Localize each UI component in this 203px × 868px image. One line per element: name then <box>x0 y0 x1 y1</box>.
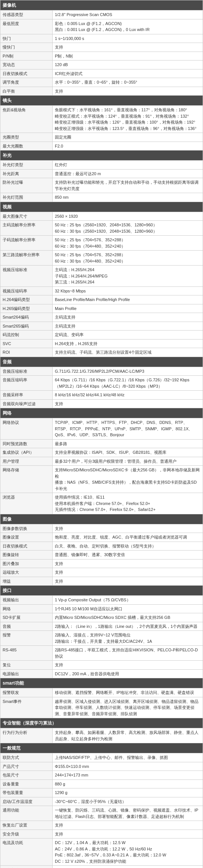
section-header: 补光 <box>0 151 203 161</box>
table-row: 增益支持 <box>0 577 203 586</box>
row-value: 主码流：H.265/H.264子码流：H.264/H.264/MPEG第三流：H… <box>53 266 203 287</box>
row-value: 支持业界视频协议：ISAPI、SDK、ISUP、GB28181、视图库 <box>53 448 203 457</box>
row-label: SD卡扩展 <box>0 613 53 622</box>
spec-table: 摄像机传感器类型1/2.8" Progressive Scan CMOS最低照度… <box>0 0 203 868</box>
row-value: 支持 <box>53 568 203 577</box>
row-value: 880 g <box>53 779 203 788</box>
row-value: DC：12V，1.04 A，最大功耗：12.5 WAC：24V，0.86 A，最… <box>53 838 203 866</box>
row-label: 音频压缩码率 <box>0 376 53 391</box>
table-row: Smart事件越界侦测、区域入侵侦测、进入区域侦测、离开区域侦测、物品遗留侦测、… <box>0 697 203 718</box>
table-row: 产品尺寸Φ155.0×110.0 mm <box>0 762 203 771</box>
row-label: 包装尺寸 <box>0 771 53 780</box>
table-row: SD卡扩展内置Micro SD/MicroSDHC/Micro SDXC 插槽，… <box>0 613 203 622</box>
row-label: 启动/工作温湿度 <box>0 797 53 806</box>
row-value: 使用插件情况：IE10、IE11使用本机插件客户端：Chrome 57.0+、F… <box>53 493 203 514</box>
table-row: 启动/工作温湿度-30°C~60°C，湿度小于95%（无凝结） <box>0 797 203 806</box>
row-value: 64 Kbps（G.711）/16 Kbps（G.722.1）/16 Kbps（… <box>53 376 203 391</box>
table-row: 日夜切换模式白天、夜晚、自动、定时切换、报警联动（S型号支持） <box>0 542 203 551</box>
row-value: 水平：0~355°，垂直：0~65°，旋转：0~355° <box>53 78 203 87</box>
row-label: P/N制 <box>0 52 53 61</box>
table-row: 浏览器使用插件情况：IE10、IE11使用本机插件客户端：Chrome 57.0… <box>0 493 203 514</box>
row-label: 防补光过曝 <box>0 178 53 193</box>
row-label: 浏览器 <box>0 493 53 514</box>
row-label: 音频 <box>0 622 53 631</box>
table-row: P/N制P制，N制 <box>0 52 203 61</box>
row-label: 远端放大 <box>0 568 53 577</box>
row-value: 定码流、变码率 <box>53 331 203 340</box>
table-row: 补光灯范围850 nm <box>0 193 203 202</box>
row-label: 联防方式 <box>0 753 53 762</box>
row-label: 主码流帧率分辨率 <box>0 221 53 236</box>
row-value: 饱和度、亮度、对比度、锐度、AGC、白平衡通过客户端或者浏览器可调 <box>53 533 203 542</box>
row-label: 网络协议 <box>0 418 53 440</box>
table-row: 日夜切换模式ICR红外滤切式 <box>0 69 203 78</box>
row-value: 普通图、镜像即时、透雾、30数字变倍 <box>53 551 203 559</box>
table-row: 网络存储支持MicroSD/MicroSDHC/MicroSDXC卡（最大256… <box>0 466 203 493</box>
section-header: 接口 <box>0 586 203 596</box>
row-label: 图像设置 <box>0 533 53 542</box>
table-row: 防补光过曝支持防补光过曝功能和矫光，开启下支持自动和手动，手动支持根据距离等级调… <box>0 178 203 193</box>
section-header: 专业智能（深度学习算法） <box>0 718 203 728</box>
row-label: 图像参数切换 <box>0 524 53 533</box>
table-row: 图片叠加支持 <box>0 559 203 568</box>
row-value: 主码流支持 <box>53 322 203 331</box>
table-row: 图像参数切换支持 <box>0 524 203 533</box>
section-header: 网络 <box>0 408 203 418</box>
row-value: P制，N制 <box>53 52 203 61</box>
row-label: 图像旋转 <box>0 551 53 559</box>
row-value: 50 Hz：25 fps（2560×1920、2048×1536、1280×96… <box>53 221 203 236</box>
row-value: 8 kHz/16 kHz/32 kHz/44.1 kHz/48 kHz <box>53 391 203 400</box>
row-label: 图片叠加 <box>0 559 53 568</box>
row-value: 1/2.8" Progressive Scan CMOS <box>53 10 203 19</box>
table-row: 视频压缩标准主码流：H.265/H.264子码流：H.264/H.264/MPE… <box>0 266 203 287</box>
row-value: 2路输入：（Line in），1路输出（Line out），2个内置麦克风，1个… <box>53 622 203 631</box>
table-row: 白平衡支持 <box>0 87 203 96</box>
row-value: TCP/IP、ICMP、HTTP、HTTPS、FTP、DHCP、DNS、DDNS… <box>53 418 203 440</box>
row-value: Φ155.0×110.0 mm <box>53 762 203 771</box>
row-value: 支持 <box>53 399 203 408</box>
row-value: 2路输入、湿接点，支持9V~12 V范围电位2路输出：干接点，开关量，支持最大D… <box>53 631 203 646</box>
row-label: 宽动态 <box>0 61 53 69</box>
row-value: 支持MicroSD/MicroSDHC/MicroSDXC卡（最大256 GB）… <box>53 466 203 493</box>
row-label: H.265编码类型 <box>0 304 53 313</box>
row-label: 视频压缩码率 <box>0 286 53 295</box>
row-value: 支持 <box>53 577 203 586</box>
row-value: 2路RS-485接口，半双工模式，支持自适应HIKVISION、PELCO-P和… <box>53 646 203 661</box>
row-label: 恢复出厂设置 <box>0 821 53 830</box>
table-row: 网络1个RJ45 10 M/100 M自适应以太网口 <box>0 604 203 613</box>
table-row: 网络协议TCP/IP、ICMP、HTTP、HTTPS、FTP、DHCP、DNS、… <box>0 418 203 440</box>
row-label: 最大图像尺寸 <box>0 212 53 221</box>
row-label: 最大光圈数 <box>0 142 53 151</box>
table-row: 焦距&视场角鱼眼模式下：水平视场角：161°，垂直视场角：117°，对角视场角：… <box>0 106 203 133</box>
row-value: 白天、夜晚、自动、定时切换、报警联动（S型号支持） <box>53 542 203 551</box>
table-row: 补光灯类型红外灯 <box>0 161 203 170</box>
row-value: 固定光圈 <box>53 133 203 142</box>
row-label: H.264编码类型 <box>0 295 53 304</box>
table-row: 快门1 s~1/100,000 s <box>0 34 203 43</box>
row-label: 复位 <box>0 661 53 670</box>
row-label: 网络存储 <box>0 466 53 493</box>
row-label: 光圈类型 <box>0 133 53 142</box>
row-label: 供电方式 <box>0 866 53 868</box>
row-value: 50 Hz：25 fps（704×576、352×288）60 Hz：30 fp… <box>53 251 203 266</box>
row-label: 白平衡 <box>0 87 53 96</box>
table-row: 最大光圈数F2.0 <box>0 142 203 151</box>
row-value: AC：24 V ±20%PoE：802.3af，Type 1，Class 3 <box>53 866 203 868</box>
table-row: 远端放大支持 <box>0 568 203 577</box>
table-row: 最大图像尺寸2560 × 1920 <box>0 212 203 221</box>
section-header: 镜头 <box>0 96 203 106</box>
table-row: 设备重量880 g <box>0 779 203 788</box>
row-label: RS-485 <box>0 646 53 661</box>
table-row: 音频压缩码率64 Kbps（G.711）/16 Kbps（G.722.1）/16… <box>0 376 203 391</box>
table-row: 最低照度彩色：0.005 Lux @ (F1.2，AGCON)黑白：0.001 … <box>0 19 203 34</box>
row-value: 2560 × 1920 <box>53 212 203 221</box>
table-row: 电流及功耗DC：12V，1.04 A，最大功耗：12.5 WAC：24V，0.8… <box>0 838 203 866</box>
row-value: 1个RJ45 10 M/100 M自适应以太网口 <box>53 604 203 613</box>
row-label: 码流控制 <box>0 331 53 340</box>
table-row: 主码流帧率分辨率50 Hz：25 fps（2560×1920、2048×1536… <box>0 221 203 236</box>
section-header: 摄像机 <box>0 0 203 10</box>
table-row: 音频双向噪声过滤支持 <box>0 399 203 408</box>
row-value: 支持 <box>53 43 203 52</box>
row-label: 补光灯类型 <box>0 161 53 170</box>
section-header: 图像 <box>0 514 203 524</box>
